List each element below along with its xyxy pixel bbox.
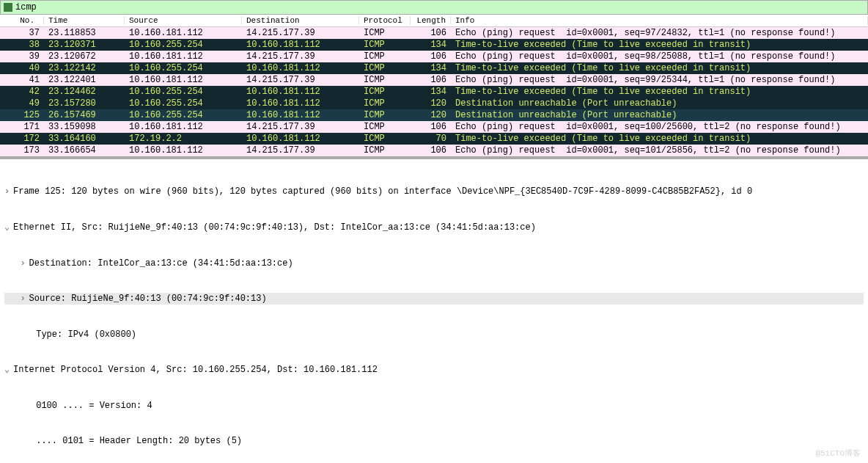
col-length[interactable]: Length <box>411 16 451 25</box>
packet-row[interactable]: 17233.164160172.19.2.210.160.181.112ICMP… <box>0 133 868 145</box>
tree-eth-src[interactable]: ›Source: RuijieNe_9f:40:13 (00:74:9c:9f:… <box>4 293 864 305</box>
col-source[interactable]: Source <box>125 16 242 25</box>
display-filter-input[interactable] <box>15 2 864 12</box>
packet-details-pane[interactable]: ›Frame 125: 120 bytes on wire (960 bits)… <box>0 158 868 463</box>
tree-eth-type[interactable]: Type: IPv4 (0x0800) <box>4 329 864 340</box>
packet-row[interactable]: 4923.15728010.160.255.25410.160.181.112I… <box>0 98 868 109</box>
packet-list-header: No. Time Source Destination Protocol Len… <box>0 15 868 27</box>
tree-eth-dst[interactable]: ›Destination: IntelCor_aa:13:ce (34:41:5… <box>4 258 864 269</box>
bookmark-icon <box>4 3 12 12</box>
col-time[interactable]: Time <box>44 16 125 25</box>
packet-row[interactable]: 17133.15909810.160.181.11214.215.177.39I… <box>0 121 868 133</box>
tree-ip-hlen[interactable]: .... 0101 = Header Length: 20 bytes (5) <box>4 435 864 447</box>
tree-ip[interactable]: ⌄Internet Protocol Version 4, Src: 10.16… <box>4 364 864 376</box>
packet-row[interactable]: 17333.16665410.160.181.11214.215.177.39I… <box>0 145 868 156</box>
packet-row[interactable]: 3923.12067210.160.181.11214.215.177.39IC… <box>0 51 868 62</box>
packet-row[interactable]: 3723.11885310.160.181.11214.215.177.39IC… <box>0 27 868 39</box>
packet-row[interactable]: 3823.12037110.160.255.25410.160.181.112I… <box>0 39 868 51</box>
tree-ip-version[interactable]: 0100 .... = Version: 4 <box>4 400 864 412</box>
col-info[interactable]: Info <box>451 16 868 25</box>
display-filter-bar[interactable] <box>0 0 868 15</box>
tree-frame[interactable]: ›Frame 125: 120 bytes on wire (960 bits)… <box>4 186 864 197</box>
packet-list-pane[interactable]: No. Time Source Destination Protocol Len… <box>0 15 868 157</box>
packet-row[interactable]: 12526.15746910.160.255.25410.160.181.112… <box>0 109 868 121</box>
tree-ethernet[interactable]: ⌄Ethernet II, Src: RuijieNe_9f:40:13 (00… <box>4 222 864 233</box>
packet-row[interactable]: 4223.12446210.160.255.25410.160.181.112I… <box>0 86 868 98</box>
col-no[interactable]: No. <box>0 16 44 25</box>
col-protocol[interactable]: Protocol <box>359 16 411 25</box>
watermark: @51CTO博客 <box>815 448 861 459</box>
col-destination[interactable]: Destination <box>242 16 359 25</box>
packet-row[interactable]: 4123.12240110.160.181.11214.215.177.39IC… <box>0 74 868 86</box>
packet-row[interactable]: 4023.12214210.160.255.25410.160.181.112I… <box>0 62 868 74</box>
